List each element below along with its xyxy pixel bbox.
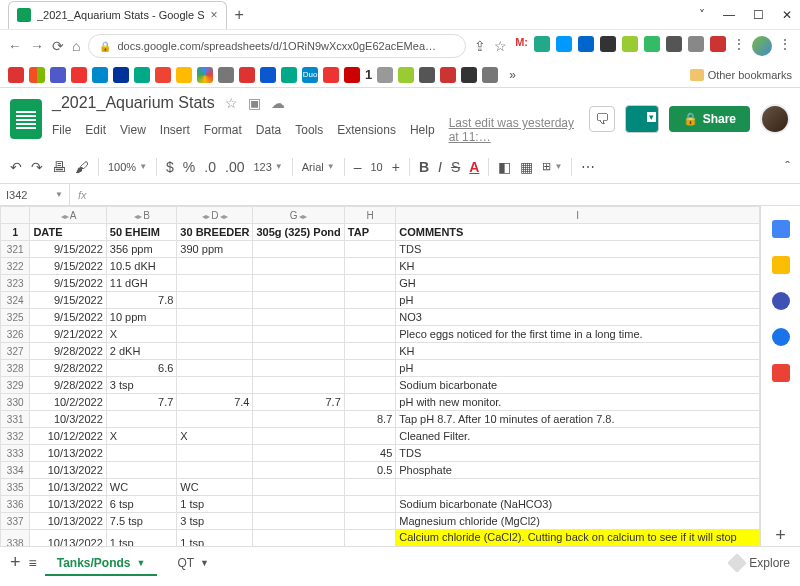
bookmark-icon[interactable] (440, 67, 456, 83)
cell[interactable] (344, 309, 395, 326)
bookmark-icon[interactable] (92, 67, 108, 83)
cell[interactable] (177, 258, 253, 275)
cell[interactable]: GH (396, 275, 760, 292)
strike-icon[interactable]: S (451, 159, 460, 175)
maximize-icon[interactable]: ☐ (753, 8, 764, 22)
cell[interactable] (253, 479, 344, 496)
cell[interactable] (177, 275, 253, 292)
row-header[interactable]: 325 (1, 309, 30, 326)
tasks-icon[interactable] (772, 292, 790, 310)
cell[interactable]: 10.5 dKH (106, 258, 177, 275)
move-doc-icon[interactable]: ▣ (248, 95, 261, 111)
close-window-icon[interactable]: ✕ (782, 8, 792, 22)
cell[interactable] (177, 445, 253, 462)
cell[interactable]: Cleaned Filter. (396, 428, 760, 445)
bookmark-icon[interactable]: 1 (365, 67, 372, 82)
cell[interactable] (344, 292, 395, 309)
bookmark-overflow-icon[interactable]: » (509, 68, 516, 82)
cell[interactable]: 10 ppm (106, 309, 177, 326)
cell[interactable] (253, 292, 344, 309)
menu-edit[interactable]: Edit (85, 123, 106, 137)
row-header[interactable]: 1 (1, 224, 30, 241)
cell[interactable]: 9/15/2022 (30, 258, 106, 275)
cell[interactable] (106, 462, 177, 479)
cell[interactable] (253, 275, 344, 292)
cell[interactable] (344, 258, 395, 275)
bookmark-icon[interactable] (197, 67, 213, 83)
row-header[interactable]: 329 (1, 377, 30, 394)
cell[interactable]: 10/13/2022 (30, 445, 106, 462)
cell[interactable] (253, 462, 344, 479)
cell[interactable]: 7.4 (177, 394, 253, 411)
row-header[interactable]: 338 (1, 530, 30, 547)
cell[interactable]: TDS (396, 445, 760, 462)
ext-icon[interactable] (710, 36, 726, 52)
back-icon[interactable]: ← (8, 38, 22, 54)
cell[interactable]: X (106, 428, 177, 445)
cell[interactable] (344, 530, 395, 547)
cell[interactable]: 45 (344, 445, 395, 462)
cell[interactable] (253, 496, 344, 513)
cell[interactable]: 10/13/2022 (30, 496, 106, 513)
doc-title[interactable]: _2021_Aquarium Stats (52, 94, 215, 112)
all-sheets-button[interactable]: ≡ (29, 555, 37, 571)
col-header[interactable]: ◂▸A (30, 207, 106, 224)
ext-icon[interactable] (578, 36, 594, 52)
row-header[interactable]: 322 (1, 258, 30, 275)
contacts-icon[interactable] (772, 328, 790, 346)
cell[interactable] (106, 445, 177, 462)
url-field[interactable]: 🔒 docs.google.com/spreadsheets/d/1ORiN9w… (88, 34, 466, 58)
maps-icon[interactable] (772, 364, 790, 382)
cell[interactable]: 9/15/2022 (30, 309, 106, 326)
ext-icon[interactable] (534, 36, 550, 52)
cell[interactable]: 6 tsp (106, 496, 177, 513)
cell[interactable] (344, 428, 395, 445)
menu-format[interactable]: Format (204, 123, 242, 137)
spreadsheet-grid[interactable]: ◂▸A◂▸B◂▸D◂▸G◂▸HI1 DATE50 EHEIM30 BREEDER… (0, 206, 760, 546)
menu-icon[interactable]: ⋮ (778, 36, 792, 56)
add-sheet-button[interactable]: + (10, 552, 21, 573)
row-header[interactable]: 332 (1, 428, 30, 445)
calendar-icon[interactable] (772, 220, 790, 238)
col-header[interactable]: G◂▸ (253, 207, 344, 224)
cell[interactable]: 1 tsp (177, 530, 253, 547)
col-header[interactable]: H (344, 207, 395, 224)
cell[interactable]: Tap pH 8.7. After 10 minutes of aeration… (396, 411, 760, 428)
cell[interactable]: 10/13/2022 (30, 513, 106, 530)
cell[interactable]: 9/21/2022 (30, 326, 106, 343)
cell[interactable]: 0.5 (344, 462, 395, 479)
bookmark-icon[interactable] (260, 67, 276, 83)
font-dropdown[interactable]: Arial▼ (302, 161, 335, 173)
bookmark-icon[interactable] (8, 67, 24, 83)
row-header[interactable]: 336 (1, 496, 30, 513)
cell[interactable]: Sodium bicarbonate (NaHCO3) (396, 496, 760, 513)
cell[interactable]: 6.6 (106, 360, 177, 377)
menu-help[interactable]: Help (410, 123, 435, 137)
ext-icon[interactable]: M: (515, 36, 528, 56)
cell[interactable] (253, 360, 344, 377)
text-color-icon[interactable]: A (469, 159, 479, 175)
explore-button[interactable]: Explore (730, 556, 790, 570)
cell[interactable]: 9/15/2022 (30, 292, 106, 309)
cell[interactable]: 11 dGH (106, 275, 177, 292)
bold-icon[interactable]: B (419, 159, 429, 175)
user-avatar[interactable] (760, 104, 790, 134)
cell[interactable]: 10/13/2022 (30, 479, 106, 496)
cell[interactable] (177, 411, 253, 428)
row-header[interactable]: 330 (1, 394, 30, 411)
cell[interactable]: WC (177, 479, 253, 496)
cell[interactable]: 10/3/2022 (30, 411, 106, 428)
add-addon-icon[interactable]: + (775, 525, 786, 546)
cell[interactable] (177, 326, 253, 343)
cell[interactable]: Sodium bicarbonate (396, 377, 760, 394)
cell[interactable]: 1 tsp (106, 530, 177, 547)
cell[interactable]: 390 ppm (177, 241, 253, 258)
cell[interactable]: X (106, 326, 177, 343)
zoom-dropdown[interactable]: 100%▼ (108, 161, 147, 173)
col-header[interactable]: ◂▸D◂▸ (177, 207, 253, 224)
cell[interactable] (396, 479, 760, 496)
cell[interactable]: 3 tsp (177, 513, 253, 530)
bookmark-icon[interactable] (398, 67, 414, 83)
cell[interactable]: 10/13/2022 (30, 462, 106, 479)
row-header[interactable]: 324 (1, 292, 30, 309)
